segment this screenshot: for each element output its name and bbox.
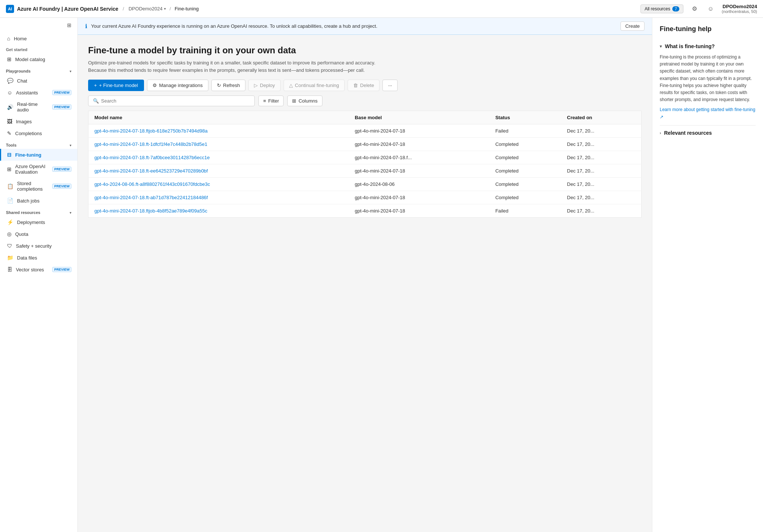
- eval-icon: ⊞: [7, 166, 11, 172]
- model-catalog-icon: ⊞: [7, 56, 11, 62]
- sidebar-toggle-btn[interactable]: ⊞: [66, 21, 73, 30]
- cell-base-model: gpt-4o-mini-2024-07-18.f...: [349, 151, 489, 164]
- sidebar-item-fine-tuning[interactable]: ⊟ Fine-tuning: [0, 149, 77, 161]
- table-body: gpt-4o-mini-2024-07-18.ftjob-618e2750b7b…: [88, 124, 642, 218]
- help-icon[interactable]: ☺: [706, 4, 716, 14]
- delete-button[interactable]: 🗑 Delete: [348, 80, 380, 91]
- sidebar-item-safety-security[interactable]: 🛡 Safety + security: [0, 240, 77, 252]
- info-icon: ℹ: [85, 23, 87, 30]
- help-panel: Fine-tuning help ▾ What is fine-tuning? …: [652, 18, 763, 532]
- what-is-fine-tuning-header[interactable]: ▾ What is fine-tuning?: [660, 39, 756, 54]
- table-header: Model name Base model Status Created on: [88, 111, 642, 124]
- search-icon: 🔍: [93, 98, 99, 104]
- table-toolbar: 🔍 ≡ Filter ⊞ Columns: [88, 96, 642, 106]
- assistants-label: Assistants: [16, 90, 47, 96]
- main-panel: ℹ Your current Azure AI Foundry experien…: [78, 18, 652, 532]
- cell-model-name: gpt-4o-mini-2024-07-18.ft-1dfcf1f4e7c448…: [88, 138, 349, 151]
- brand: AI Azure AI Foundry | Azure OpenAI Servi…: [6, 5, 118, 13]
- relevant-resources-section: › Relevant resources: [660, 126, 756, 140]
- page-title: Fine-tune a model by training it on your…: [88, 45, 642, 56]
- quota-icon: ◎: [7, 231, 11, 237]
- main-layout: ⊞ ⌂ Home Get started ⊞ Model catalog Pla…: [0, 18, 763, 532]
- vector-stores-preview-badge: PREVIEW: [52, 267, 71, 272]
- sidebar-item-assistants[interactable]: ☺ Assistants PREVIEW: [0, 87, 77, 98]
- cell-status: Failed: [489, 124, 561, 138]
- deploy-button[interactable]: ▷ Deploy: [248, 80, 280, 91]
- tools-section-header[interactable]: Tools ▾: [0, 139, 77, 149]
- sidebar-item-completions[interactable]: ✎ Completions: [0, 127, 77, 139]
- sidebar-item-quota[interactable]: ◎ Quota: [0, 228, 77, 240]
- settings-icon[interactable]: ⚙: [689, 4, 700, 14]
- sidebar-item-batch-jobs[interactable]: 📄 Batch jobs: [0, 195, 77, 207]
- cell-status: Completed: [489, 138, 561, 151]
- realtime-audio-label: Real-time audio: [17, 101, 47, 113]
- sidebar-item-images[interactable]: 🖼 Images: [0, 116, 77, 127]
- fine-tune-model-button[interactable]: + + Fine-tune model: [88, 80, 144, 91]
- model-name-link[interactable]: gpt-4o-2024-08-06.ft-a8f8802761f443c0916…: [94, 181, 210, 187]
- images-label: Images: [16, 119, 71, 124]
- playgrounds-section-header[interactable]: Playgrounds ▾: [0, 65, 77, 75]
- filter-button[interactable]: ≡ Filter: [258, 96, 284, 106]
- table-row[interactable]: gpt-4o-mini-2024-07-18.ft-1dfcf1f4e7c448…: [88, 138, 642, 151]
- table-row[interactable]: gpt-4o-mini-2024-07-18.ft-ee642523729e47…: [88, 164, 642, 178]
- user-name: DPODemo2024: [723, 4, 757, 9]
- columns-button[interactable]: ⊞ Columns: [287, 96, 322, 106]
- table-row[interactable]: gpt-4o-mini-2024-07-18.ft-7af0bcee301142…: [88, 151, 642, 164]
- refresh-button[interactable]: ↻ Refresh: [211, 80, 246, 91]
- model-name-link[interactable]: gpt-4o-mini-2024-07-18.ft-7af0bcee301142…: [94, 155, 210, 160]
- model-name-link[interactable]: gpt-4o-mini-2024-07-18.ftjob-4b8f52ae789…: [94, 208, 207, 214]
- continual-fine-tuning-button[interactable]: △ Continual fine-tuning: [284, 80, 345, 91]
- sidebar-item-home[interactable]: ⌂ Home: [0, 33, 77, 44]
- user-region: (northcentralus, 50): [722, 9, 757, 14]
- workspace-label[interactable]: DPODemo2024 ▾: [128, 6, 166, 11]
- manage-integrations-button[interactable]: ⚙ Manage integrations: [147, 80, 208, 91]
- sidebar-item-data-files[interactable]: 📁 Data files: [0, 252, 77, 264]
- data-files-icon: 📁: [7, 255, 13, 261]
- info-banner: ℹ Your current Azure AI Foundry experien…: [78, 18, 652, 35]
- search-box[interactable]: 🔍: [88, 96, 255, 106]
- model-name-link[interactable]: gpt-4o-mini-2024-07-18.ft-ab71d787be2241…: [94, 195, 208, 200]
- completions-label: Completions: [15, 131, 71, 136]
- deployments-icon: ⚡: [7, 219, 13, 225]
- relevant-resources-header[interactable]: › Relevant resources: [660, 130, 756, 136]
- learn-more-link[interactable]: Learn more about getting started with fi…: [660, 106, 756, 120]
- table-row[interactable]: gpt-4o-mini-2024-07-18.ftjob-4b8f52ae789…: [88, 204, 642, 218]
- deploy-icon: ▷: [254, 83, 258, 88]
- cell-base-model: gpt-4o-2024-08-06: [349, 178, 489, 191]
- sidebar-item-deployments[interactable]: ⚡ Deployments: [0, 216, 77, 228]
- page-header: Fine-tune a model by training it on your…: [78, 35, 652, 80]
- sidebar-item-realtime-audio[interactable]: 🔊 Real-time audio PREVIEW: [0, 98, 77, 116]
- images-icon: 🖼: [7, 118, 12, 124]
- sidebar-item-chat[interactable]: 💬 Chat: [0, 75, 77, 87]
- topbar-right: All resources 7 ⚙ ☺ DPODemo2024 (northce…: [640, 4, 757, 14]
- model-name-link[interactable]: gpt-4o-mini-2024-07-18.ftjob-618e2750b7b…: [94, 128, 208, 134]
- stored-completions-icon: 📋: [7, 183, 13, 189]
- table-row[interactable]: gpt-4o-mini-2024-07-18.ftjob-618e2750b7b…: [88, 124, 642, 138]
- table-row[interactable]: gpt-4o-mini-2024-07-18.ft-ab71d787be2241…: [88, 191, 642, 204]
- sidebar-item-vector-stores[interactable]: 🗄 Vector stores PREVIEW: [0, 264, 77, 275]
- batch-jobs-label: Batch jobs: [17, 198, 71, 204]
- more-options-button[interactable]: ···: [382, 80, 398, 91]
- breadcrumb-sep2: /: [170, 6, 171, 11]
- sidebar-item-stored-completions[interactable]: 📋 Stored completions PREVIEW: [0, 178, 77, 195]
- tools-section-label: Tools: [6, 143, 17, 147]
- model-name-link[interactable]: gpt-4o-mini-2024-07-18.ft-1dfcf1f4e7c448…: [94, 141, 207, 147]
- help-panel-title: Fine-tuning help: [660, 25, 756, 33]
- cell-created-on: Dec 17, 20...: [561, 191, 642, 204]
- table-row[interactable]: gpt-4o-2024-08-06.ft-a8f8802761f443c0916…: [88, 178, 642, 191]
- sidebar-item-model-catalog[interactable]: ⊞ Model catalog: [0, 53, 77, 65]
- cell-model-name: gpt-4o-mini-2024-07-18.ftjob-4b8f52ae789…: [88, 204, 349, 218]
- shared-resources-section-header[interactable]: Shared resources ▾: [0, 207, 77, 216]
- model-name-link[interactable]: gpt-4o-mini-2024-07-18.ft-ee642523729e47…: [94, 168, 208, 174]
- user-info[interactable]: DPODemo2024 (northcentralus, 50): [722, 4, 757, 14]
- sidebar-item-azure-openai-eval[interactable]: ⊞ Azure OpenAI Evaluation PREVIEW: [0, 161, 77, 178]
- create-button[interactable]: Create: [620, 21, 645, 31]
- what-is-text: Fine-tuning is the process of optimizing…: [660, 54, 756, 103]
- batch-jobs-icon: 📄: [7, 198, 13, 204]
- get-started-section: Get started: [0, 44, 77, 53]
- cell-model-name: gpt-4o-2024-08-06.ft-a8f8802761f443c0916…: [88, 178, 349, 191]
- search-input[interactable]: [101, 98, 250, 104]
- all-resources-button[interactable]: All resources 7: [640, 4, 683, 13]
- content-area: ℹ Your current Azure AI Foundry experien…: [78, 18, 763, 532]
- manage-integrations-icon: ⚙: [153, 83, 157, 88]
